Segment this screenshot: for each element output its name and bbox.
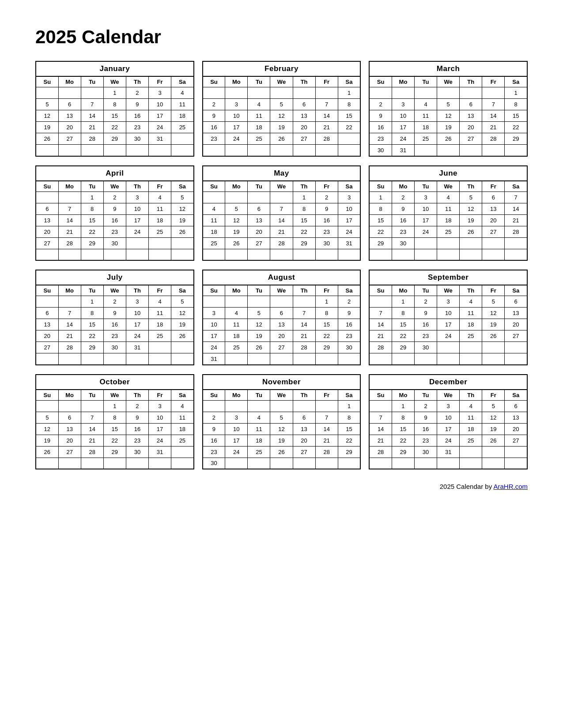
calendar-day: 16 (103, 214, 126, 226)
footer-link[interactable]: AraHR.com (493, 483, 528, 490)
calendar-day (270, 191, 293, 203)
calendar-day: 3 (225, 412, 248, 423)
calendar-day (369, 458, 392, 469)
calendar-day: 28 (293, 342, 315, 353)
day-header-mo: Mo (225, 390, 248, 401)
calendar-day: 9 (203, 423, 225, 435)
calendar-day: 20 (36, 226, 58, 237)
day-header-tu: Tu (248, 76, 270, 87)
calendar-day: 11 (148, 203, 171, 214)
calendar-day: 12 (36, 110, 58, 122)
calendar-day (81, 400, 103, 412)
calendar-day: 5 (225, 203, 248, 214)
calendar-day (171, 133, 194, 145)
calendar-day: 19 (482, 423, 505, 435)
calendar-day: 10 (225, 423, 248, 435)
calendar-day (126, 353, 148, 365)
calendar-day: 10 (126, 308, 148, 319)
calendar-day (437, 458, 460, 469)
calendar-day (225, 353, 248, 365)
calendar-day: 27 (482, 226, 505, 237)
calendar-day: 19 (482, 319, 505, 330)
calendar-day (415, 87, 437, 99)
calendar-day (437, 353, 460, 365)
calendar-day: 9 (315, 203, 338, 214)
calendar-day: 21 (81, 122, 103, 133)
calendar-day: 21 (81, 435, 103, 446)
calendar-day: 4 (460, 400, 482, 412)
calendar-day: 22 (103, 435, 126, 446)
day-header-th: Th (460, 181, 482, 192)
calendar-day: 28 (369, 446, 392, 458)
calendar-day (369, 87, 392, 99)
calendar-day: 9 (338, 308, 360, 319)
calendar-day: 25 (148, 226, 171, 237)
calendar-day: 26 (482, 330, 505, 342)
calendar-day: 14 (315, 110, 338, 122)
calendar-day: 19 (460, 214, 482, 226)
calendar-day: 20 (505, 423, 527, 435)
calendar-day: 29 (392, 342, 414, 353)
calendar-day: 8 (315, 308, 338, 319)
calendar-day (415, 145, 437, 156)
table-row: 1 (203, 87, 361, 99)
table-row: 21222324252627 (369, 330, 527, 342)
calendar-day: 27 (293, 446, 315, 458)
table-row: 25262728293031 (203, 237, 361, 249)
calendar-day: 11 (171, 412, 194, 423)
calendar-day: 4 (148, 191, 171, 203)
calendar-day: 24 (225, 446, 248, 458)
month-february: FebruarySuMoTuWeThFrSa123456789101112131… (202, 61, 361, 157)
table-row: 19202122232425 (36, 435, 194, 446)
table-row: 16171819202122 (203, 435, 361, 446)
calendar-day: 19 (225, 226, 248, 237)
calendar-day: 30 (392, 237, 414, 249)
calendar-day: 28 (369, 342, 392, 353)
calendar-day: 3 (338, 191, 360, 203)
table-row: 232425262728 (203, 133, 361, 145)
day-header-su: Su (369, 76, 392, 87)
calendar-day: 7 (81, 412, 103, 423)
calendar-day: 22 (103, 122, 126, 133)
table-row: 891011121314 (369, 203, 527, 214)
calendar-day: 28 (315, 133, 338, 145)
calendar-day: 3 (415, 191, 437, 203)
table-row: 45678910 (203, 203, 361, 214)
calendar-day: 4 (248, 99, 270, 110)
table-row: 2930 (369, 237, 527, 249)
calendar-day (103, 458, 126, 469)
calendar-day (338, 353, 360, 365)
day-header-su: Su (369, 181, 392, 192)
day-header-fr: Fr (482, 390, 505, 401)
calendar-day: 20 (482, 214, 505, 226)
calendar-day: 9 (415, 308, 437, 319)
calendar-day: 25 (171, 435, 194, 446)
day-header-mo: Mo (392, 390, 414, 401)
table-row: 14151617181920 (369, 319, 527, 330)
calendar-day: 9 (369, 110, 392, 122)
calendar-day: 3 (225, 99, 248, 110)
calendar-day (248, 353, 270, 365)
day-header-th: Th (460, 285, 482, 296)
calendar-day: 13 (270, 319, 293, 330)
calendar-day (148, 342, 171, 353)
calendar-day: 24 (415, 226, 437, 237)
calendar-day: 24 (148, 122, 171, 133)
calendar-day: 14 (369, 319, 392, 330)
day-header-sa: Sa (505, 390, 527, 401)
calendar-day (338, 458, 360, 469)
calendar-day: 16 (392, 214, 414, 226)
calendar-day: 10 (437, 308, 460, 319)
day-header-su: Su (36, 285, 58, 296)
calendar-day: 12 (482, 308, 505, 319)
calendar-day: 14 (505, 203, 527, 214)
day-header-mo: Mo (58, 181, 81, 192)
table-row (36, 249, 194, 260)
calendar-day: 28 (315, 446, 338, 458)
calendar-day (126, 249, 148, 260)
calendar-day: 3 (437, 400, 460, 412)
calendar-day: 28 (482, 133, 505, 145)
calendar-day: 3 (203, 308, 225, 319)
calendar-day (505, 249, 527, 260)
calendar-day: 11 (225, 319, 248, 330)
